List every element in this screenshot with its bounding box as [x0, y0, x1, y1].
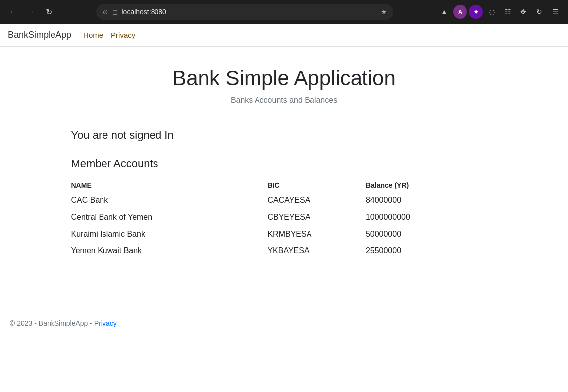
document-icon: ◻	[112, 8, 118, 16]
forward-button[interactable]: →	[24, 5, 38, 19]
table-row: Yemen Kuwait BankYKBAYESA25500000	[71, 243, 497, 259]
page-footer: © 2023 - BankSimpleApp - Privacy	[0, 309, 568, 337]
nav-links: Home Privacy	[83, 31, 135, 39]
member-accounts-title: Member Accounts	[71, 157, 497, 170]
reload-button[interactable]: ↻	[42, 5, 55, 19]
pocket-icon[interactable]: ▲	[437, 5, 451, 19]
cell-bic: CACAYESA	[267, 192, 365, 209]
table-header-row: NAME BIC Balance (YR)	[71, 178, 497, 192]
account-icon[interactable]: A	[453, 5, 467, 19]
cell-bic: KRMBYESA	[267, 226, 365, 243]
col-name: NAME	[71, 178, 268, 192]
nav-privacy[interactable]: Privacy	[111, 31, 135, 39]
cell-bank-name: CAC Bank	[71, 192, 268, 209]
accounts-table: NAME BIC Balance (YR) CAC BankCACAYESA84…	[71, 178, 497, 259]
cell-bank-name: Yemen Kuwait Bank	[71, 243, 268, 259]
sync-icon[interactable]: ↻	[532, 5, 546, 19]
extensions-icon[interactable]: ✥	[516, 5, 530, 19]
sign-in-notice: You are not signed In	[71, 129, 497, 142]
back-button[interactable]: ←	[6, 5, 20, 19]
cell-bic: YKBAYESA	[267, 243, 365, 259]
footer-text: © 2023 - BankSimpleApp - Privacy	[10, 319, 558, 327]
brand-link[interactable]: BankSimpleApp	[8, 30, 71, 40]
cell-balance: 25500000	[366, 243, 497, 259]
cell-bank-name: Kuraimi Islamic Bank	[71, 226, 268, 243]
bookmark-star-icon[interactable]: ★	[381, 8, 387, 16]
col-balance: Balance (YR)	[366, 178, 497, 192]
extension-icon[interactable]: ✦	[469, 5, 483, 19]
table-row: Kuraimi Islamic BankKRMBYESA50000000	[71, 226, 497, 243]
table-row: Central Bank of YemenCBYEYESA1000000000	[71, 209, 497, 226]
page-subtitle: Banks Accounts and Balances	[71, 96, 497, 105]
cell-bic: CBYEYESA	[267, 209, 365, 226]
cell-balance: 50000000	[366, 226, 497, 243]
col-bic: BIC	[267, 178, 365, 192]
url-text: localhost:8080	[122, 8, 377, 16]
browser-chrome: ← → ↻ ⛭ ◻ localhost:8080 ★ ▲ A ✦ ◌ ☷ ✥ ↻…	[0, 0, 568, 24]
globe-icon[interactable]: ◌	[485, 5, 499, 19]
app-navbar: BankSimpleApp Home Privacy	[0, 24, 568, 47]
cell-balance: 84000000	[366, 192, 497, 209]
address-bar[interactable]: ⛭ ◻ localhost:8080 ★	[96, 4, 393, 20]
footer-privacy-link[interactable]: Privacy	[94, 319, 117, 327]
menu-icon[interactable]: ☰	[548, 5, 562, 19]
table-row: CAC BankCACAYESA84000000	[71, 192, 497, 209]
nav-home[interactable]: Home	[83, 31, 103, 39]
cell-bank-name: Central Bank of Yemen	[71, 209, 268, 226]
grid-icon[interactable]: ☷	[501, 5, 515, 19]
shield-icon: ⛭	[102, 8, 108, 16]
browser-right-icons: ▲ A ✦ ◌ ☷ ✥ ↻ ☰	[437, 5, 562, 19]
cell-balance: 1000000000	[366, 209, 497, 226]
page-title: Bank Simple Application	[71, 66, 497, 90]
footer-copyright: © 2023 - BankSimpleApp -	[10, 319, 94, 327]
main-content: Bank Simple Application Banks Accounts a…	[61, 47, 507, 269]
